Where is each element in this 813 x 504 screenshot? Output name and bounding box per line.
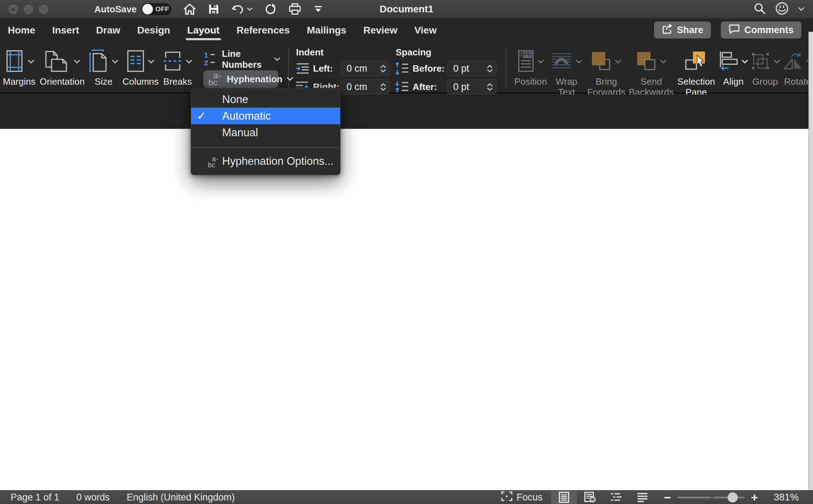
zoom-slider[interactable] bbox=[677, 492, 744, 503]
autosave-toggle[interactable]: OFF bbox=[142, 3, 171, 15]
web-layout-view-button[interactable] bbox=[577, 491, 603, 504]
wrap-text-button: Wrap Text bbox=[549, 47, 584, 98]
group-chevron-icon bbox=[774, 59, 780, 65]
zoom-in-button[interactable]: + bbox=[751, 491, 758, 503]
undo-icon[interactable] bbox=[231, 4, 244, 15]
svg-text:2: 2 bbox=[204, 59, 208, 66]
menu-separator bbox=[191, 147, 340, 148]
customize-toolbar-icon[interactable] bbox=[313, 5, 323, 14]
spacing-after-input[interactable]: 0 pt bbox=[447, 79, 497, 95]
comments-button[interactable]: Comments bbox=[721, 22, 801, 38]
save-icon[interactable] bbox=[208, 4, 219, 15]
account-chevron-icon[interactable] bbox=[798, 6, 805, 12]
hyphenation-button[interactable]: a- bc Hyphenation bbox=[203, 70, 278, 88]
menu-item-hyphenation-options[interactable]: a- bc Hyphenation Options... bbox=[191, 152, 340, 170]
breaks-chevron-icon bbox=[186, 59, 192, 65]
print-icon[interactable] bbox=[289, 3, 301, 15]
page-setup-group: Margins Orientation bbox=[0, 44, 192, 87]
language-indicator[interactable]: English (United Kingdom) bbox=[127, 492, 235, 503]
tab-insert[interactable]: Insert bbox=[52, 19, 80, 44]
hyphenation-chevron-icon bbox=[287, 76, 293, 82]
tab-view[interactable]: View bbox=[414, 19, 437, 44]
home-icon[interactable] bbox=[183, 3, 196, 15]
indent-left-value[interactable]: 0 cm bbox=[341, 63, 380, 74]
window-close-button[interactable] bbox=[8, 5, 18, 14]
position-icon bbox=[517, 50, 534, 73]
word-count[interactable]: 0 words bbox=[76, 492, 110, 503]
menu-item-manual[interactable]: Manual bbox=[191, 124, 340, 141]
checkmark-icon: ✓ bbox=[197, 109, 206, 122]
spacing-group: Spacing Before: 0 pt After: bbox=[395, 44, 497, 97]
zoom-slider-handle[interactable] bbox=[728, 492, 738, 503]
spacing-before-label: Before: bbox=[413, 63, 444, 74]
columns-icon bbox=[126, 49, 145, 74]
menu-item-none[interactable]: None bbox=[191, 91, 340, 108]
undo-menu-chevron-icon[interactable] bbox=[247, 7, 253, 11]
send-backwards-chevron-icon bbox=[660, 59, 666, 65]
window-minimize-button[interactable] bbox=[24, 5, 33, 14]
zoom-out-button[interactable]: − bbox=[664, 491, 671, 503]
text-layout-group: 12 Line Numbers a- bc Hyphenation bbox=[203, 44, 280, 94]
account-icon[interactable] bbox=[775, 1, 789, 17]
focus-icon bbox=[501, 491, 512, 504]
group-icon bbox=[750, 51, 771, 72]
size-button[interactable]: Size bbox=[89, 47, 118, 87]
indent-right-stepper[interactable] bbox=[380, 83, 390, 91]
tab-mailings[interactable]: Mailings bbox=[306, 19, 347, 44]
focus-label: Focus bbox=[517, 492, 543, 503]
print-layout-view-button[interactable] bbox=[551, 491, 577, 504]
orientation-icon bbox=[44, 49, 71, 74]
spacing-group-header: Spacing bbox=[396, 47, 497, 58]
selection-pane-button[interactable]: Selection Pane bbox=[676, 47, 717, 98]
position-button: Position bbox=[514, 47, 547, 98]
breaks-icon bbox=[163, 49, 183, 74]
tab-home[interactable]: Home bbox=[7, 19, 36, 44]
document-page[interactable] bbox=[0, 129, 813, 490]
ribbon-layout-tab: Margins Orientation bbox=[0, 44, 813, 94]
focus-button[interactable]: Focus bbox=[501, 491, 543, 504]
margins-button[interactable]: Margins bbox=[3, 47, 35, 87]
bring-forwards-chevron-icon bbox=[615, 59, 621, 65]
tab-review[interactable]: Review bbox=[363, 19, 398, 44]
search-icon[interactable] bbox=[754, 2, 766, 16]
size-icon bbox=[89, 49, 109, 74]
indent-right-input[interactable]: 0 cm bbox=[340, 79, 390, 95]
draft-view-button[interactable] bbox=[629, 491, 655, 504]
redo-icon[interactable] bbox=[265, 3, 277, 15]
indent-right-value[interactable]: 0 cm bbox=[341, 82, 380, 92]
breaks-button[interactable]: Breaks bbox=[163, 47, 192, 87]
columns-button[interactable]: Columns bbox=[123, 47, 159, 87]
tab-references[interactable]: References bbox=[236, 19, 291, 44]
outline-view-button[interactable] bbox=[603, 491, 629, 504]
menu-item-automatic[interactable]: ✓ Automatic bbox=[191, 108, 340, 124]
zoom-percentage[interactable]: 381% bbox=[766, 492, 799, 503]
share-button[interactable]: Share bbox=[654, 22, 711, 38]
indent-left-input[interactable]: 0 cm bbox=[340, 61, 390, 76]
line-numbers-icon: 12 bbox=[203, 51, 218, 67]
group-button: Group bbox=[750, 47, 780, 98]
spacing-before-value[interactable]: 0 pt bbox=[447, 63, 487, 74]
autosave-label: AutoSave bbox=[94, 4, 137, 15]
orientation-button[interactable]: Orientation bbox=[40, 47, 84, 87]
align-button[interactable]: Align bbox=[719, 47, 748, 98]
indent-left-stepper[interactable] bbox=[380, 65, 390, 72]
tab-draw[interactable]: Draw bbox=[95, 19, 121, 44]
align-chevron-icon bbox=[742, 59, 748, 65]
align-icon bbox=[719, 51, 738, 73]
window-zoom-button[interactable] bbox=[39, 5, 48, 14]
spacing-before-input[interactable]: 0 pt bbox=[447, 61, 497, 76]
position-chevron-icon bbox=[538, 59, 544, 65]
send-backwards-icon bbox=[636, 51, 657, 72]
line-numbers-button[interactable]: 12 Line Numbers bbox=[203, 48, 280, 70]
spacing-before-stepper[interactable] bbox=[487, 65, 496, 72]
tab-design[interactable]: Design bbox=[137, 19, 171, 44]
page-count[interactable]: Page 1 of 1 bbox=[11, 492, 59, 503]
spacing-after-label: After: bbox=[413, 82, 444, 92]
tab-layout[interactable]: Layout bbox=[186, 19, 220, 44]
orientation-chevron-icon bbox=[74, 59, 80, 65]
spacing-after-value[interactable]: 0 pt bbox=[447, 82, 487, 92]
hyphenation-options-icon: a- bc bbox=[208, 156, 220, 168]
spacing-after-stepper[interactable] bbox=[487, 83, 496, 91]
arrange-group: Position Wrap Text bbox=[514, 44, 813, 98]
vertical-scrollbar[interactable] bbox=[808, 32, 813, 490]
